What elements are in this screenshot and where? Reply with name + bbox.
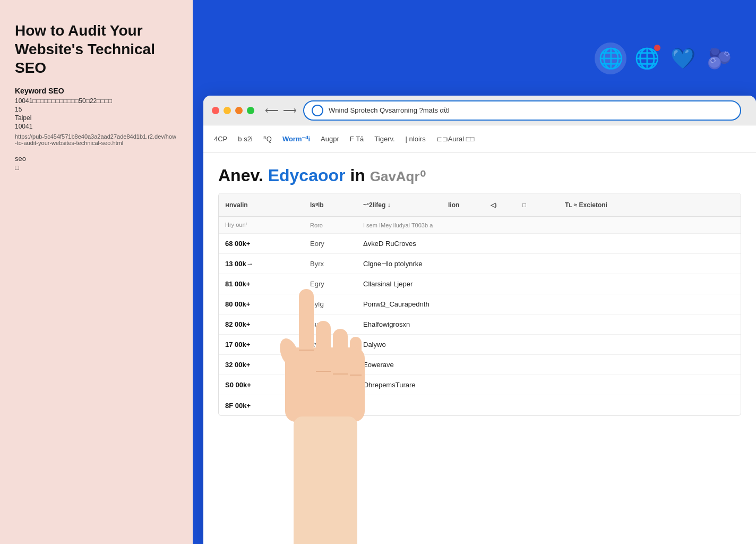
table-row: 80 00k+ Bylɡ PonwΩ_Caurapednth (219, 294, 741, 314)
vol-3: 80 00k+ (225, 300, 310, 308)
toolbar-item-1[interactable]: b s2i (238, 135, 252, 143)
vol-4: 82 00k+ (225, 320, 310, 328)
table-row: 68 00k+ Eory ΔvkeD RuCroves (219, 234, 741, 254)
table-header: ʜnvalin lsᵍlb ~¹2lifeg ↓ lion ◁ᵢ □ Tʟ ≈ … (219, 193, 741, 217)
toolbar-item-8[interactable]: ⊏⊐Aural □□ (436, 135, 475, 143)
table-row: 8F 00k+ (219, 395, 741, 415)
toolbar-item-7[interactable]: | nloirs (406, 135, 426, 143)
table-row: 32 00k+ Bory Eowerave (219, 355, 741, 375)
browser-chrome: ⟵ ⟶ Wnind Sprotech Qvsarroning ?mats αἰt… (203, 96, 756, 125)
table-row: 81 00k+ Egry Cllarsinal Ljeper (219, 274, 741, 294)
keyword-7: OhrepemsTurare (363, 381, 501, 389)
keyword-2: Cllarsinal Ljeper (363, 280, 501, 288)
name-2: Egry (310, 280, 363, 288)
table-row: 82 00k+ Bury Ehalfowigrosxn (219, 314, 741, 335)
th-5: □ (522, 201, 565, 209)
th-4: ◁ᵢ (491, 201, 522, 209)
nav-controls: ⟵ ⟶ (265, 105, 297, 116)
traffic-lights (212, 107, 254, 114)
keyword-1: Clgne⊣lo ptolynrke (363, 260, 501, 268)
table-row: S0 00k+ Nilly OhrepemsTurare (219, 375, 741, 395)
page-heading: Anev. Edycaoor in GavAqr⁰ (218, 166, 741, 185)
toolbar-item-6[interactable]: Tigerv. (374, 135, 394, 143)
icon-2: 💙 (667, 42, 699, 74)
vol-5: 17 00k+ (225, 341, 310, 348)
tag-1: seo (15, 155, 178, 163)
browser-circle-icon (312, 105, 323, 116)
address-text: Wnind Sprotech Qvsarroning ?mats αἰtl (329, 106, 733, 114)
subh-2: I sem IMey iludyal T003b a (363, 222, 448, 228)
table-subheader: Hry ounᴵ Roro I sem IMey iludyal T003b a (219, 217, 741, 234)
th-2: ~¹2lifeg ↓ (363, 201, 448, 209)
name-0: Eory (310, 240, 363, 248)
keyword-0: ΔvkeD RuCroves (363, 240, 501, 248)
browser-window: ⟵ ⟶ Wnind Sprotech Qvsarroning ?mats αἰt… (203, 96, 756, 544)
back-button[interactable]: ⟵ (265, 105, 279, 116)
keyword-3: PonwΩ_Caurapednth (363, 300, 501, 308)
vol-8: 8F 00k+ (225, 402, 310, 410)
vol-6: 32 00k+ (225, 361, 310, 369)
sidebar: How to Audit Your Website's Technical SE… (0, 0, 193, 544)
keyword-4: Ehalfowigrosxn (363, 320, 501, 328)
icon-1: 🌐 (595, 42, 626, 74)
maximize-button[interactable] (235, 107, 243, 114)
meta-value-3: Taipei (15, 114, 178, 122)
vol-2: 81 00k+ (225, 280, 310, 288)
toolbar-item-2[interactable]: ᴿQ (263, 135, 272, 143)
toolbar-item-5[interactable]: F Tā (350, 135, 364, 143)
address-bar[interactable]: Wnind Sprotech Qvsarroning ?mats αἰtl (303, 100, 741, 121)
vol-7: S0 00k+ (225, 381, 310, 389)
meta-value-4: 10041 (15, 123, 178, 130)
name-1: Byrx (310, 260, 363, 268)
th-3: lion (448, 201, 491, 209)
keyword-6: Eowerave (363, 361, 501, 369)
heading-suffix: GavAqr⁰ (370, 168, 425, 184)
toolbar-item-worm[interactable]: Worm⁻ᵈi (282, 135, 310, 143)
name-3: Bylɡ (310, 300, 363, 308)
th-1: lsᵍlb (310, 201, 363, 209)
subh-1: Roro (310, 222, 363, 228)
forward-button[interactable]: ⟶ (283, 105, 297, 116)
fullscreen-button[interactable] (247, 107, 254, 114)
name-7: Nilly (310, 381, 363, 389)
heading-part1: Anev. (218, 166, 268, 185)
browser-icons: 🌐 🌐 💙 🫐 (595, 42, 735, 74)
vol-1: 13 00k→ (225, 260, 310, 268)
heading-part3: in (345, 166, 365, 185)
toolbar-item-0[interactable]: 4CP (214, 135, 227, 143)
browser-toolbar: 4CP b s2i ᴿQ Worm⁻ᵈi Augpr F Tā Tigerv. … (203, 125, 756, 153)
tag-2: □ (15, 164, 178, 172)
minimize-button[interactable] (224, 107, 231, 114)
browser-content: Anev. Edycaoor in GavAqr⁰ ʜnvalin lsᵍlb … (203, 153, 756, 429)
name-4: Bury (310, 320, 363, 328)
keyword-5: Dalywo (363, 341, 501, 348)
main-area: 🌐 🌐 💙 🫐 ⟵ ⟶ (193, 0, 756, 544)
name-5: Rylɡ (310, 341, 363, 348)
vol-0: 68 00k+ (225, 240, 310, 248)
meta-url: https://pub-5c454f571b8e40a3a2aad27ade84… (15, 133, 178, 146)
table-row: 17 00k+ Rylɡ Dalywo (219, 335, 741, 355)
table-row: 13 00k→ Byrx Clgne⊣lo ptolynrke (219, 254, 741, 274)
close-button[interactable] (212, 107, 219, 114)
subh-0: Hry ounᴵ (225, 222, 310, 228)
meta-label: Keyword SEO (15, 87, 178, 95)
th-0: ʜnvalin (225, 201, 310, 209)
page-title: How to Audit Your Website's Technical SE… (15, 21, 178, 77)
svg-rect-6 (294, 416, 357, 544)
th-6: Tʟ ≈ Excietoni (565, 201, 639, 209)
toolbar-item-4[interactable]: Augpr (321, 135, 339, 143)
meta-value-2: 15 (15, 106, 178, 113)
heading-part2: Edycaoor (268, 166, 346, 185)
data-table: ʜnvalin lsᵍlb ~¹2lifeg ↓ lion ◁ᵢ □ Tʟ ≈ … (218, 193, 741, 416)
meta-value-1: 10041□□□□□□□□□□□□50□22□□□□ (15, 97, 178, 105)
icon-3: 🫐 (703, 42, 735, 74)
icon-dot-red: 🌐 (631, 42, 663, 74)
name-6: Bory (310, 361, 363, 369)
blue-header: 🌐 🌐 💙 🫐 (193, 0, 756, 101)
